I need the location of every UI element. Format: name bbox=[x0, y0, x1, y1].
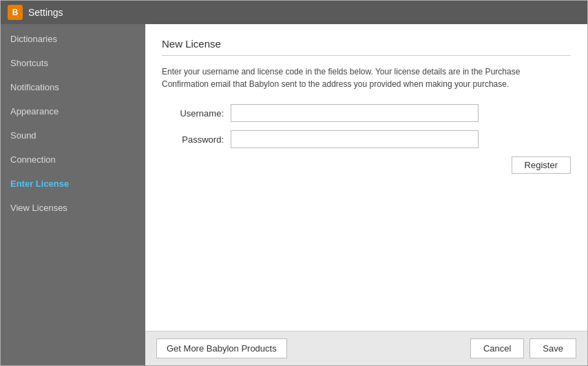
panel-title: New License bbox=[162, 38, 571, 50]
get-more-button[interactable]: Get More Babylon Products bbox=[156, 338, 287, 358]
username-label: Username: bbox=[162, 108, 231, 119]
sidebar-item-dictionaries[interactable]: Dictionaries bbox=[1, 27, 145, 51]
password-input[interactable] bbox=[231, 130, 479, 148]
register-button[interactable]: Register bbox=[512, 156, 571, 174]
main-content: DictionariesShortcutsNotificationsAppear… bbox=[1, 24, 587, 365]
sidebar-item-enter-license[interactable]: Enter License bbox=[1, 172, 145, 196]
sidebar: DictionariesShortcutsNotificationsAppear… bbox=[1, 24, 145, 365]
panel-divider bbox=[162, 55, 571, 56]
window-title: Settings bbox=[28, 7, 63, 18]
sidebar-item-shortcuts[interactable]: Shortcuts bbox=[1, 51, 145, 75]
save-button[interactable]: Save bbox=[529, 338, 576, 358]
password-row: Password: bbox=[162, 130, 571, 148]
settings-window: B Settings DictionariesShortcutsNotifica… bbox=[0, 0, 588, 366]
cancel-button[interactable]: Cancel bbox=[470, 338, 524, 358]
username-input[interactable] bbox=[231, 104, 479, 122]
title-bar: B Settings bbox=[1, 1, 587, 24]
panel-footer: Get More Babylon Products Cancel Save bbox=[145, 331, 587, 365]
register-row: Register bbox=[162, 156, 571, 174]
password-label: Password: bbox=[162, 134, 231, 145]
panel: New License Enter your username and lice… bbox=[145, 24, 587, 365]
panel-content: New License Enter your username and lice… bbox=[145, 24, 587, 331]
sidebar-item-notifications[interactable]: Notifications bbox=[1, 75, 145, 99]
sidebar-item-connection[interactable]: Connection bbox=[1, 148, 145, 172]
footer-right-buttons: Cancel Save bbox=[470, 338, 576, 358]
sidebar-item-sound[interactable]: Sound bbox=[1, 123, 145, 148]
username-row: Username: bbox=[162, 104, 571, 122]
sidebar-item-appearance[interactable]: Appearance bbox=[1, 99, 145, 123]
sidebar-item-view-licenses[interactable]: View Licenses bbox=[1, 196, 145, 220]
app-icon: B bbox=[8, 5, 23, 20]
panel-description: Enter your username and license code in … bbox=[162, 65, 554, 90]
